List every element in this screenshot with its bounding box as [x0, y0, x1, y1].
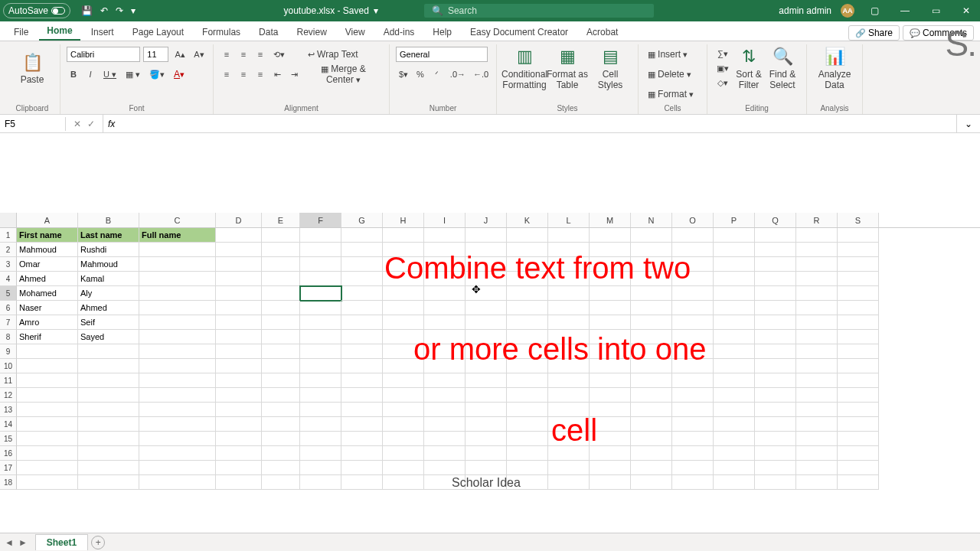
row-header[interactable]: 17 [0, 461, 17, 475]
cell[interactable] [507, 301, 548, 315]
cell[interactable] [466, 417, 507, 432]
row-header[interactable]: 16 [0, 446, 17, 461]
row-header[interactable]: 4 [0, 272, 17, 286]
cell[interactable] [78, 475, 139, 490]
cell[interactable] [262, 475, 300, 490]
cell[interactable] [300, 475, 341, 490]
decrease-font-icon[interactable]: A▾ [191, 48, 207, 61]
analyze-data-button[interactable]: 📊Analyze Data [813, 44, 856, 93]
cell[interactable] [796, 228, 838, 243]
cell[interactable] [672, 432, 714, 446]
cell[interactable] [139, 446, 216, 461]
row-header[interactable]: 7 [0, 315, 17, 330]
cell[interactable]: First name [17, 228, 78, 243]
find-select-button[interactable]: 🔍Find & Select [766, 44, 799, 93]
cell[interactable] [300, 228, 341, 243]
cell[interactable] [672, 228, 714, 243]
undo-icon[interactable]: ↶ [100, 5, 108, 16]
cell[interactable] [755, 432, 796, 446]
cell[interactable] [341, 272, 383, 286]
cell[interactable] [139, 432, 216, 446]
cell[interactable] [341, 257, 383, 272]
cell[interactable]: Mahmoud [78, 257, 139, 272]
share-button[interactable]: 🔗 Share [848, 25, 900, 41]
cell[interactable] [383, 373, 424, 388]
cell[interactable] [590, 315, 631, 330]
cell[interactable] [755, 257, 796, 272]
decrease-decimal-icon[interactable]: ←.0 [470, 68, 490, 80]
sort-filter-button[interactable]: ⇅Sort & Filter [732, 44, 766, 93]
tab-page-layout[interactable]: Page Layout [125, 24, 191, 41]
cell[interactable] [78, 446, 139, 461]
tab-insert[interactable]: Insert [83, 24, 122, 41]
cell[interactable] [672, 388, 714, 403]
cell[interactable] [216, 432, 262, 446]
cell[interactable] [838, 243, 879, 257]
column-header[interactable]: K [507, 213, 548, 227]
cell[interactable] [139, 359, 216, 373]
cell[interactable] [262, 243, 300, 257]
cell[interactable] [507, 286, 548, 301]
tab-view[interactable]: View [338, 24, 373, 41]
increase-font-icon[interactable]: A▴ [172, 48, 188, 61]
cell[interactable] [672, 417, 714, 432]
cell[interactable] [139, 461, 216, 475]
cell[interactable] [216, 461, 262, 475]
cell[interactable] [262, 330, 300, 344]
sheet-next-icon[interactable]: ► [18, 537, 28, 548]
cell[interactable] [796, 475, 838, 490]
align-top-icon[interactable]: ≡ [220, 48, 234, 60]
cell[interactable]: Sayed [78, 330, 139, 344]
cell[interactable] [300, 403, 341, 417]
cell[interactable]: Aly [78, 286, 139, 301]
cell[interactable] [714, 446, 755, 461]
cell[interactable] [424, 461, 466, 475]
cell[interactable] [139, 315, 216, 330]
cell[interactable] [341, 446, 383, 461]
cell[interactable] [139, 388, 216, 403]
cell[interactable] [17, 359, 78, 373]
cell[interactable] [714, 315, 755, 330]
fx-icon[interactable]: fx [103, 119, 119, 129]
cell[interactable] [300, 272, 341, 286]
cell[interactable] [341, 403, 383, 417]
row-header[interactable]: 5 [0, 286, 17, 301]
cell[interactable] [631, 286, 672, 301]
cell[interactable] [17, 461, 78, 475]
cell[interactable] [590, 301, 631, 315]
cell[interactable] [755, 272, 796, 286]
cell[interactable] [466, 301, 507, 315]
cell[interactable] [631, 475, 672, 490]
cell[interactable] [796, 461, 838, 475]
row-header[interactable]: 18 [0, 475, 17, 490]
column-header[interactable]: H [383, 213, 424, 227]
avatar[interactable]: AA [841, 4, 854, 18]
format-cells-button[interactable]: ▦ Format ▾ [645, 87, 697, 101]
cell[interactable] [216, 286, 262, 301]
cell[interactable] [262, 446, 300, 461]
delete-cells-button[interactable]: ▦ Delete ▾ [645, 67, 694, 81]
decrease-indent-icon[interactable]: ⇤ [270, 68, 284, 81]
cell[interactable] [262, 359, 300, 373]
font-name-select[interactable]: Calibri [67, 47, 140, 62]
column-header[interactable]: M [590, 213, 631, 227]
worksheet-grid[interactable]: ABCDEFGHIJKLMNOPQRS 1First nameLast name… [0, 133, 980, 490]
tab-home[interactable]: Home [39, 22, 80, 41]
cell[interactable] [383, 417, 424, 432]
sheet-tab[interactable]: Sheet1 [35, 534, 88, 550]
cell[interactable] [672, 373, 714, 388]
cell[interactable] [507, 417, 548, 432]
conditional-formatting-button[interactable]: ▥Conditional Formatting [503, 44, 546, 93]
cell[interactable] [424, 315, 466, 330]
cell[interactable] [78, 403, 139, 417]
cell[interactable] [383, 228, 424, 243]
tab-formulas[interactable]: Formulas [194, 24, 248, 41]
cell[interactable] [341, 432, 383, 446]
cell[interactable] [216, 243, 262, 257]
comma-icon[interactable]: ᐟ [430, 68, 444, 81]
cell[interactable] [548, 475, 590, 490]
font-size-select[interactable]: 11 [143, 47, 168, 62]
increase-indent-icon[interactable]: ⇥ [287, 68, 301, 81]
column-header[interactable]: J [466, 213, 507, 227]
cell[interactable] [796, 388, 838, 403]
